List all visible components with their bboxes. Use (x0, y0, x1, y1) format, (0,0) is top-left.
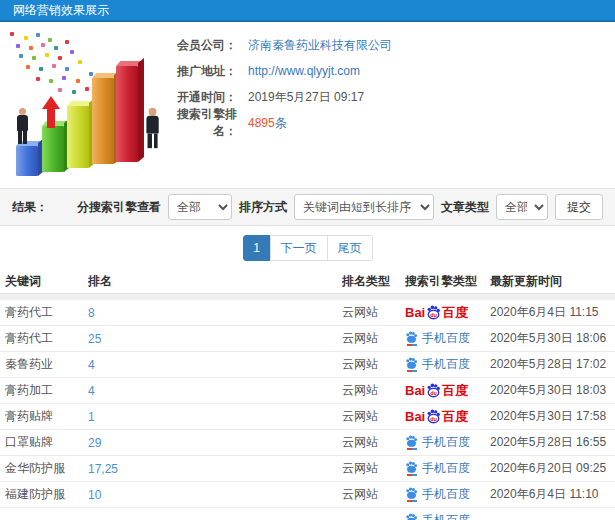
keyword-cell: 口罩贴牌 (5, 434, 88, 451)
rank-link[interactable]: 17,25 (88, 462, 118, 476)
rank-link[interactable]: 10 (88, 488, 101, 502)
col-updated: 最新更新时间 (490, 273, 615, 290)
rank-link[interactable]: 4 (88, 358, 95, 372)
updated-cell: 2020年6月4日 11:10 (490, 486, 615, 503)
rank-type-cell: 云网站 (342, 382, 405, 399)
clipart-bar-red (116, 66, 138, 162)
engine-cell: Bai du 百度 (405, 304, 490, 322)
mobile-baidu-paw-icon (405, 357, 418, 372)
clipart-bar-yellow (67, 106, 89, 168)
promo-url-label: 推广地址： (175, 63, 237, 80)
svg-text:du: du (430, 390, 437, 396)
baidu-pc-logo: Bai du 百度 (405, 408, 468, 426)
window-title-bar: 网络营销效果展示 (0, 0, 615, 22)
company-link[interactable]: 济南秦鲁药业科技有限公司 (248, 37, 392, 54)
sort-filter-select[interactable]: 关键词由短到长排序 (294, 194, 434, 220)
open-time-label: 开通时间： (175, 89, 237, 106)
rank-link[interactable]: 4 (88, 384, 95, 398)
filter-bar: 结果： 分搜索引擎查看 全部 排序方式 关键词由短到长排序 文章类型 全部 提交 (0, 188, 615, 226)
rank-type-cell: 云网站 (342, 356, 405, 373)
table-header-row: 关键词 排名 排名类型 搜索引擎类型 最新更新时间 (0, 270, 615, 293)
baidu-paw-icon: du (426, 383, 441, 398)
mobile-baidu-paw-icon (405, 331, 418, 346)
company-label: 会员公司： (175, 37, 237, 54)
pagination: 1 下一页 尾页 (0, 226, 615, 270)
last-page-button[interactable]: 尾页 (327, 235, 373, 261)
keyword-cell: 膏药代工 (5, 304, 88, 321)
table-row: 膏药加工 4 云网站 Bai du 百度 (0, 378, 615, 404)
keyword-cell: 金华防护服 (5, 460, 88, 477)
page-1-button[interactable]: 1 (243, 235, 271, 261)
baidu-pc-logo: Bai du 百度 (405, 304, 468, 322)
updated-cell: 2020年5月28日 16:55 (490, 434, 615, 451)
col-keyword: 关键词 (5, 273, 88, 290)
rank-type-cell: 云网站 (342, 330, 405, 347)
table-row: 口罩贴牌 29 云网站 Bai du 百度 (0, 430, 615, 456)
clipart-bar-orange (92, 78, 114, 164)
col-engine: 搜索引擎类型 (405, 273, 490, 290)
baidu-pc-logo: Bai du 百度 (405, 382, 468, 400)
next-page-button[interactable]: 下一页 (270, 235, 328, 261)
article-type-select[interactable]: 全部 (496, 194, 548, 220)
rank-link[interactable]: 25 (88, 332, 101, 346)
mobile-baidu-label: 手机百度 (422, 486, 470, 503)
rank-link[interactable]: 8 (88, 306, 95, 320)
engine-cell: Bai du 百度 (405, 330, 490, 347)
keyword-cell: 秦鲁药业 (5, 356, 88, 373)
rank-type-cell: 云网站 (342, 408, 405, 425)
table-row: 膏药贴牌 1 云网站 Bai du 百度 (0, 404, 615, 430)
table-row: 金华防护服 17,25 云网站 Bai du 百度 (0, 456, 615, 482)
rank-link[interactable]: 1 (88, 410, 95, 424)
engine-rank-label: 搜索引擎排名： (155, 106, 237, 140)
mobile-baidu-paw-icon (405, 487, 418, 502)
baidu-mobile-logo: 手机百度 (405, 330, 470, 347)
engine-cell: Bai du 百度 (405, 356, 490, 373)
updated-cell: 2020年5月28日 17:02 (490, 356, 615, 373)
updated-cell: 2020年5月30日 17:58 (490, 408, 615, 425)
svg-text:du: du (430, 312, 437, 318)
engine-cell: Bai du 百度 (405, 512, 490, 520)
engine-cell: Bai du 百度 (405, 408, 490, 426)
businessman-figure-left (14, 108, 30, 144)
engine-rank-value: 4895条 (248, 115, 287, 132)
rank-link[interactable]: 29 (88, 436, 101, 450)
field-company: 会员公司： 济南秦鲁药业科技有限公司 (175, 32, 392, 58)
table-row: 福建防护服 10 云网站 Bai du 百度 (0, 482, 615, 508)
engine-filter-select[interactable]: 全部 (168, 194, 232, 220)
table-row: Bai du 百度 (0, 508, 615, 520)
table-body: 膏药代工 8 云网站 Bai du 百度 (0, 300, 615, 520)
submit-button[interactable]: 提交 (555, 194, 603, 220)
table-row: 秦鲁药业 4 云网站 Bai du 百度 (0, 352, 615, 378)
engine-filter-label: 分搜索引擎查看 (77, 199, 161, 216)
field-promo-url: 推广地址： http://www.qlyyjt.com (175, 58, 392, 84)
result-label: 结果： (12, 199, 48, 216)
col-rank: 排名 (88, 273, 342, 290)
results-table: 关键词 排名 排名类型 搜索引擎类型 最新更新时间 膏药代工 8 云网站 Bai… (0, 270, 615, 520)
mobile-baidu-paw-icon (405, 513, 418, 520)
sort-filter-label: 排序方式 (239, 199, 287, 216)
table-row: 膏药代工 8 云网站 Bai du 百度 (0, 300, 615, 326)
baidu-mobile-logo: 手机百度 (405, 434, 470, 451)
mobile-baidu-paw-icon (405, 461, 418, 476)
keyword-cell: 福建防护服 (5, 486, 88, 503)
engine-cell: Bai du 百度 (405, 486, 490, 503)
mobile-baidu-label: 手机百度 (422, 330, 470, 347)
baidu-paw-icon: du (426, 409, 441, 424)
updated-cell: 2020年6月20日 09:25 (490, 460, 615, 477)
baidu-mobile-logo: 手机百度 (405, 486, 470, 503)
col-rank-type: 排名类型 (342, 273, 405, 290)
engine-cell: Bai du 百度 (405, 382, 490, 400)
confetti-decoration (10, 32, 14, 36)
mobile-baidu-paw-icon (405, 435, 418, 450)
table-row: 膏药代工 25 云网站 Bai du 百度 (0, 326, 615, 352)
open-time-value: 2019年5月27日 09:17 (248, 89, 364, 106)
updated-cell: 2020年5月30日 18:06 (490, 330, 615, 347)
svg-text:du: du (430, 416, 437, 422)
updated-cell: 2020年5月30日 18:03 (490, 382, 615, 399)
promo-url-link[interactable]: http://www.qlyyjt.com (248, 64, 360, 78)
field-engine-rank-count: 搜索引擎排名： 4895条 (175, 110, 392, 136)
mobile-baidu-label: 手机百度 (422, 434, 470, 451)
keyword-cell: 膏药贴牌 (5, 408, 88, 425)
engine-cell: Bai du 百度 (405, 460, 490, 477)
member-fields: 会员公司： 济南秦鲁药业科技有限公司 推广地址： http://www.qlyy… (175, 32, 392, 136)
